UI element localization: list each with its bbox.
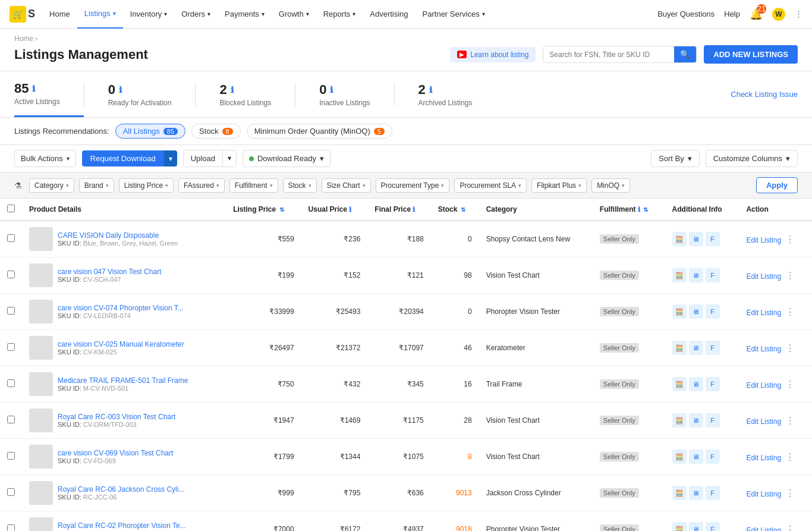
nav-growth[interactable]: Growth▾ (272, 0, 316, 29)
row-checkbox-input-0[interactable] (7, 234, 15, 242)
product-name-5[interactable]: Royal Care RC-003 Vision Test Chart (58, 413, 175, 421)
product-name-0[interactable]: CARE VISION Daily Disposable (58, 231, 178, 240)
nav-listings[interactable]: Listings▾ (77, 0, 123, 29)
monitor-icon-1[interactable]: 🖥 (689, 268, 703, 282)
filter-procurement-sla[interactable]: Procurement SLA▾ (454, 178, 527, 193)
filter-procurement-type[interactable]: Procurement Type▾ (376, 178, 450, 193)
logo[interactable]: 🛒 S (10, 6, 35, 23)
upload-split-button[interactable]: ▾ (222, 150, 236, 166)
filter-size-chart[interactable]: Size Chart▾ (322, 178, 371, 193)
learn-about-listing-button[interactable]: ▶ Learn about listing (450, 47, 536, 62)
calc-icon-3[interactable]: 🧮 (672, 341, 687, 355)
monitor-icon-3[interactable]: 🖥 (689, 341, 703, 355)
stat-inactive-listings[interactable]: 0 ℹ Inactive Listings (319, 73, 394, 117)
product-name-7[interactable]: Royal Care RC-06 Jackson Cross Cyli... (58, 485, 184, 494)
monitor-icon-6[interactable]: 🖥 (689, 450, 703, 464)
row-checkbox-input-3[interactable] (7, 343, 15, 351)
buyer-questions-link[interactable]: Buyer Questions (657, 10, 715, 18)
edit-listing-link-6[interactable]: Edit Listing (746, 454, 781, 462)
flipkart-icon-5[interactable]: F (706, 413, 720, 428)
user-avatar[interactable]: W (772, 8, 785, 21)
product-name-1[interactable]: care vision 047 Vision Test Chart (58, 268, 161, 276)
calc-icon-2[interactable]: 🧮 (672, 304, 687, 319)
row-checkbox-5[interactable] (0, 403, 22, 439)
request-download-button[interactable]: Request Download (82, 150, 164, 166)
rec-pill-all-listings[interactable]: All Listings 85 (115, 124, 185, 139)
bulk-actions-dropdown[interactable]: Bulk Actions ▾ (14, 150, 76, 167)
rec-pill-stock[interactable]: Stock 8 (191, 124, 241, 139)
product-name-2[interactable]: care vision CV-074 Phoropter Vision T... (58, 304, 184, 312)
row-more-options-3[interactable]: ⋮ (785, 343, 795, 353)
filter-category[interactable]: Category▾ (29, 178, 74, 193)
calc-icon-5[interactable]: 🧮 (672, 413, 687, 428)
row-checkbox-0[interactable] (0, 221, 22, 257)
row-checkbox-3[interactable] (0, 330, 22, 366)
row-checkbox-input-1[interactable] (7, 271, 15, 278)
product-name-3[interactable]: care vision CV-025 Manual Keratometer (58, 340, 184, 348)
monitor-icon-8[interactable]: 🖥 (689, 522, 703, 531)
search-button[interactable]: 🔍 (674, 46, 696, 62)
nav-inventory[interactable]: Inventory▾ (123, 0, 174, 29)
nav-orders[interactable]: Orders▾ (174, 0, 218, 29)
row-more-options-7[interactable]: ⋮ (785, 488, 795, 498)
stat-archived-listings[interactable]: 2 ℹ Archived Listings (418, 73, 496, 117)
monitor-icon-4[interactable]: 🖥 (689, 377, 703, 391)
row-checkbox-input-7[interactable] (7, 488, 15, 496)
row-checkbox-input-4[interactable] (7, 379, 15, 387)
nav-partner-services[interactable]: Partner Services▾ (416, 0, 492, 29)
flipkart-icon-3[interactable]: F (706, 341, 720, 355)
filter-flipkart-plus[interactable]: Flipkart Plus▾ (531, 178, 587, 193)
stat-blocked-listings[interactable]: 2 ℹ Blocked Listings (219, 73, 295, 117)
product-name-4[interactable]: Medicare TRAIL FRAME-501 Trail Frame (58, 376, 188, 385)
monitor-icon-5[interactable]: 🖥 (689, 413, 703, 428)
row-more-options-4[interactable]: ⋮ (785, 379, 795, 389)
calc-icon-1[interactable]: 🧮 (672, 268, 687, 282)
breadcrumb[interactable]: Home › (14, 34, 798, 43)
flipkart-icon-2[interactable]: F (706, 304, 720, 319)
upload-button[interactable]: Upload (184, 150, 222, 166)
help-link[interactable]: Help (724, 10, 740, 18)
row-more-options-2[interactable]: ⋮ (785, 307, 795, 317)
calc-icon-0[interactable]: 🧮 (672, 232, 687, 246)
nav-payments[interactable]: Payments▾ (218, 0, 272, 29)
check-listing-issue-link[interactable]: Check Listing Issue (731, 90, 798, 99)
calc-icon-6[interactable]: 🧮 (672, 450, 687, 464)
row-more-options-8[interactable]: ⋮ (785, 524, 795, 532)
monitor-icon-0[interactable]: 🖥 (689, 232, 703, 246)
customize-columns-button[interactable]: Customize Columns ▾ (706, 150, 798, 167)
nav-advertising[interactable]: Advertising (363, 0, 415, 29)
apply-filters-button[interactable]: Apply (756, 177, 798, 193)
flipkart-icon-8[interactable]: F (706, 522, 720, 531)
edit-listing-link-8[interactable]: Edit Listing (746, 526, 781, 532)
download-ready-button[interactable]: Download Ready ▾ (243, 150, 331, 167)
nav-reports[interactable]: Reports▾ (316, 0, 363, 29)
search-input[interactable] (543, 47, 674, 62)
col-listing-price[interactable]: Listing Price ⇅ (226, 199, 301, 221)
filter-stock[interactable]: Stock▾ (283, 178, 317, 193)
row-checkbox-input-6[interactable] (7, 452, 15, 460)
row-checkbox-input-5[interactable] (7, 416, 15, 423)
nav-home[interactable]: Home (42, 0, 77, 29)
row-checkbox-input-8[interactable] (7, 524, 15, 531)
row-more-options-5[interactable]: ⋮ (785, 416, 795, 426)
stat-active-listings[interactable]: 85 ℹ Active Listings (14, 71, 84, 117)
calc-icon-4[interactable]: 🧮 (672, 377, 687, 391)
select-all-header[interactable] (0, 199, 22, 221)
row-more-options-0[interactable]: ⋮ (785, 234, 795, 244)
stat-ready-for-activation[interactable]: 0 ℹ Ready for Activation (108, 73, 196, 117)
edit-listing-link-2[interactable]: Edit Listing (746, 309, 781, 317)
col-fulfillment[interactable]: Fulfillment ℹ ⇅ (593, 199, 665, 221)
row-more-options-6[interactable]: ⋮ (785, 452, 795, 462)
notification-bell[interactable]: 🔔 21 (750, 8, 763, 21)
edit-listing-link-5[interactable]: Edit Listing (746, 417, 781, 426)
calc-icon-8[interactable]: 🧮 (672, 522, 687, 531)
product-name-8[interactable]: Royal Care RC-02 Phoropter Vision Te... (58, 521, 186, 530)
monitor-icon-7[interactable]: 🖥 (689, 486, 703, 500)
flipkart-icon-4[interactable]: F (706, 377, 720, 391)
edit-listing-link-7[interactable]: Edit Listing (746, 490, 781, 498)
add-new-listings-button[interactable]: ADD NEW LISTINGS (704, 45, 798, 64)
filter-brand[interactable]: Brand▾ (79, 178, 114, 193)
monitor-icon-2[interactable]: 🖥 (689, 304, 703, 319)
filter-minoq[interactable]: MinOQ▾ (591, 178, 630, 193)
edit-listing-link-1[interactable]: Edit Listing (746, 272, 781, 281)
